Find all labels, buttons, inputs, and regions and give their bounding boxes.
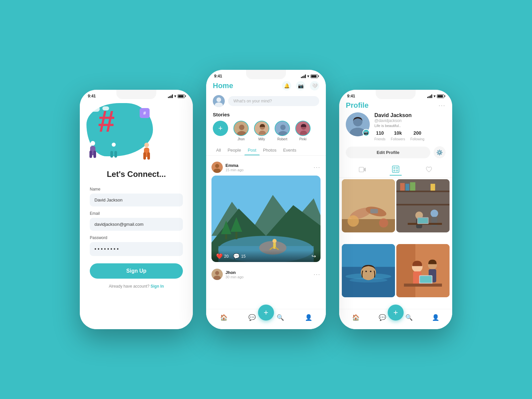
- story-milly-name: Milly: [258, 137, 265, 141]
- filter-tabs: All People Post Photos Events: [206, 144, 326, 156]
- nav-search-icon[interactable]: 🔍: [275, 313, 285, 323]
- svg-rect-50: [392, 166, 399, 173]
- svg-rect-76: [418, 218, 428, 223]
- heart-icon: ❤️: [216, 253, 223, 259]
- profile-nav-search[interactable]: 🔍: [404, 313, 414, 323]
- svg-rect-93: [404, 284, 442, 287]
- post-comments[interactable]: 💬 15: [233, 253, 245, 259]
- tab-post[interactable]: Post: [244, 146, 260, 155]
- notification-icon[interactable]: 🔔: [282, 81, 291, 90]
- stories-section: Stories + Jhon: [206, 110, 326, 144]
- name-group: Name: [90, 187, 183, 206]
- story-pinki-avatar: [295, 121, 311, 136]
- media-tab-likes[interactable]: [423, 164, 435, 176]
- signin-link[interactable]: Sign In: [151, 284, 164, 289]
- photo-4[interactable]: [396, 244, 450, 297]
- profile-header: Profile ···: [339, 100, 452, 112]
- story-milly[interactable]: Milly: [254, 121, 269, 141]
- profile-nav-chat[interactable]: 💬: [377, 313, 387, 323]
- following-label: Following: [410, 137, 424, 141]
- post-likes[interactable]: ❤️ 20: [216, 253, 228, 259]
- bottom-nav-home: 🏠 💬 + 🔍 👤: [206, 309, 326, 329]
- stat-followers: 10k Followers: [391, 130, 405, 142]
- post-emma-dots[interactable]: ···: [314, 164, 321, 171]
- bottom-nav-profile: 🏠 💬 + 🔍 👤: [339, 309, 452, 329]
- stories-label: Stories: [213, 112, 319, 117]
- heart-header-icon[interactable]: 🤍: [310, 81, 319, 90]
- story-add-button[interactable]: +: [213, 121, 228, 136]
- svg-rect-48: [359, 167, 364, 172]
- svg-rect-54: [396, 170, 398, 172]
- tab-all[interactable]: All: [213, 146, 224, 155]
- profile-details: David Jackson @davidjackson Life is beau…: [374, 112, 446, 142]
- battery-icon-right: [437, 94, 444, 98]
- svg-rect-64: [396, 191, 450, 192]
- profile-nav-fab[interactable]: +: [388, 305, 404, 321]
- following-count: 200: [410, 130, 424, 136]
- password-label: Password: [90, 235, 183, 240]
- email-input[interactable]: [90, 218, 183, 231]
- profile-info: 📷 David Jackson @davidjackson Life is be…: [339, 112, 452, 146]
- story-jhon[interactable]: Jhon: [233, 121, 249, 141]
- svg-point-82: [365, 271, 367, 272]
- followers-label: Followers: [391, 137, 405, 141]
- wifi-icon-right: ▾: [434, 94, 436, 98]
- profile-nav-profile[interactable]: 👤: [431, 313, 441, 323]
- post-emma-avatar: [211, 162, 223, 173]
- story-pinki[interactable]: Pinki: [295, 121, 311, 141]
- signal-icon-center: [301, 74, 306, 78]
- story-robert-name: Robert: [277, 137, 287, 141]
- tab-events[interactable]: Events: [280, 146, 300, 155]
- status-time-center: 9:41: [214, 74, 222, 78]
- svg-point-21: [280, 125, 286, 130]
- photo-grid: [339, 178, 452, 309]
- post-share[interactable]: ↪: [312, 253, 316, 259]
- post-bar: What's on your mind?: [206, 93, 326, 110]
- password-input[interactable]: [90, 242, 183, 256]
- story-add-item[interactable]: +: [213, 121, 228, 136]
- home-header: Home 🔔 📷 🤍: [206, 80, 326, 93]
- nav-chat-icon[interactable]: 💬: [247, 313, 257, 323]
- password-group: Password: [90, 235, 183, 256]
- edit-profile-button[interactable]: Edit Profile: [346, 147, 430, 158]
- profile-handle: @davidjackson: [374, 118, 446, 123]
- media-tab-photos[interactable]: [390, 164, 402, 176]
- status-icons-left: ▾: [168, 94, 185, 98]
- post-bar-avatar: [213, 95, 225, 107]
- phone-home: 9:41 ▾ Home 🔔: [206, 70, 326, 329]
- share-icon: ↪: [312, 253, 316, 259]
- nav-profile-icon[interactable]: 👤: [304, 313, 314, 323]
- svg-point-72: [431, 209, 438, 217]
- stories-row: + Jhon: [213, 121, 319, 141]
- svg-rect-53: [393, 170, 395, 172]
- nav-fab-add[interactable]: +: [258, 305, 274, 321]
- svg-rect-51: [393, 167, 395, 169]
- followers-count: 10k: [391, 130, 405, 136]
- illus-hash-badge: #: [140, 108, 150, 118]
- illus-person-purple: [88, 140, 97, 161]
- photo-2[interactable]: [396, 179, 450, 232]
- post-jhon-dots[interactable]: ···: [314, 271, 321, 278]
- story-jhon-avatar: [233, 121, 249, 136]
- post-emma-user: Emma 15 min ago: [211, 162, 243, 173]
- post-input-placeholder[interactable]: What's on your mind?: [228, 96, 319, 106]
- svg-point-34: [272, 239, 276, 243]
- phone-profile: 9:41 ▾ Profile ···: [339, 90, 452, 329]
- signup-button[interactable]: Sign Up: [90, 263, 183, 279]
- tab-photos[interactable]: Photos: [260, 146, 280, 155]
- nav-home-icon[interactable]: 🏠: [219, 313, 229, 323]
- name-input[interactable]: [90, 194, 183, 206]
- camera-header-icon[interactable]: 📷: [296, 81, 305, 90]
- profile-nav-home[interactable]: 🏠: [351, 313, 361, 323]
- tab-people[interactable]: People: [224, 146, 244, 155]
- profile-more-dots[interactable]: ···: [439, 102, 446, 109]
- post-jhon-info: Jhon 30 min ago: [225, 270, 243, 279]
- story-robert[interactable]: Robert: [275, 121, 290, 141]
- settings-button[interactable]: ⚙️: [434, 146, 446, 158]
- photo-3[interactable]: [342, 244, 395, 297]
- profile-camera-badge[interactable]: 📷: [362, 129, 370, 136]
- media-tab-video[interactable]: [356, 164, 368, 176]
- photo-1[interactable]: [342, 179, 395, 232]
- svg-point-13: [216, 97, 221, 102]
- post-emma-time: 15 min ago: [225, 168, 243, 172]
